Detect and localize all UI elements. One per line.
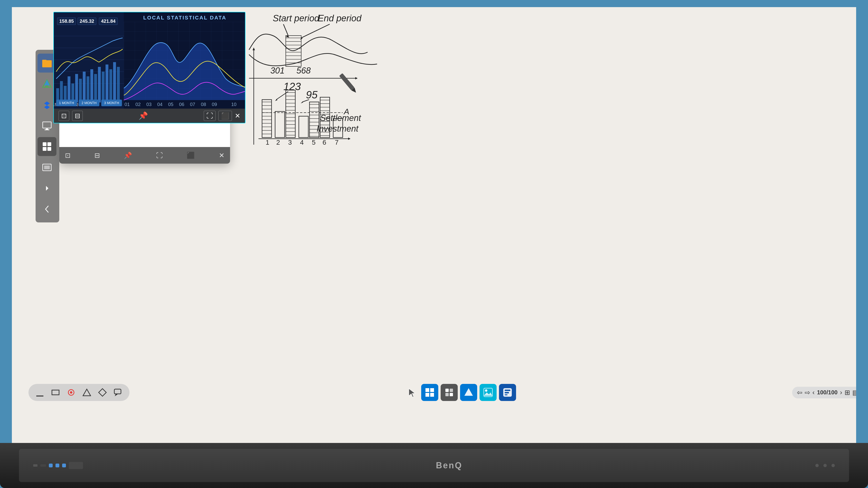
svg-marker-172 <box>484 392 492 396</box>
taskbar-left-tools <box>28 384 129 401</box>
svg-rect-168 <box>450 393 453 396</box>
svg-text:10: 10 <box>231 102 237 107</box>
taskbar-tool-triangle[interactable] <box>80 386 93 399</box>
taskbar-app-squares[interactable] <box>441 384 458 401</box>
svg-rect-134 <box>105 64 108 102</box>
svg-text:1: 1 <box>266 139 270 146</box>
svg-marker-18 <box>355 77 358 80</box>
svg-text:End period: End period <box>318 13 362 23</box>
blue-app-icon <box>502 387 513 398</box>
taskbar-app-photos[interactable] <box>479 384 497 401</box>
sidebar-item-layer[interactable] <box>37 158 57 177</box>
taskbar-tool-rect[interactable] <box>49 386 62 399</box>
windows-icon <box>425 387 435 398</box>
chart-btn-window[interactable]: ⛶ <box>204 111 216 121</box>
fm-btn-expand[interactable]: ⛶ <box>156 152 163 159</box>
taskbar-tool-circle[interactable] <box>64 386 78 399</box>
nav-btn-layout[interactable]: ▤ <box>852 389 856 396</box>
svg-text:6: 6 <box>322 139 326 146</box>
svg-text:Investment: Investment <box>317 124 359 133</box>
svg-line-2 <box>283 24 288 36</box>
btn-1-month[interactable]: 1 MONTH <box>56 100 77 106</box>
svg-rect-174 <box>505 390 510 391</box>
triangle-tool-icon <box>82 388 92 397</box>
svg-rect-99 <box>46 128 48 129</box>
dot-2 <box>824 464 827 467</box>
line-tool-icon <box>35 388 44 397</box>
svg-marker-160 <box>409 389 415 397</box>
chart-btn-close[interactable]: ✕ <box>235 112 240 120</box>
drive-icon <box>42 79 52 89</box>
taskbar-tool-line[interactable] <box>33 386 46 399</box>
svg-rect-136 <box>113 62 116 102</box>
display-icon <box>42 120 52 131</box>
svg-point-171 <box>485 389 487 392</box>
sidebar-item-back[interactable] <box>37 200 57 219</box>
chart-window: 158.85 245.32 421.84 <box>53 12 245 123</box>
fm-btn-resize-right[interactable]: ⊟ <box>94 152 100 159</box>
svg-text:02: 02 <box>135 102 141 107</box>
port-hdmi <box>40 464 46 467</box>
btn-3-month[interactable]: 3 MONTH <box>101 100 122 106</box>
chart-btn-fullscreen[interactable]: ⬛ <box>218 111 232 121</box>
chart-btn-pin[interactable]: 📌 <box>138 111 148 120</box>
nav-btn-zoom[interactable]: ⊞ <box>844 389 850 396</box>
svg-rect-94 <box>42 60 46 62</box>
svg-rect-131 <box>94 74 97 102</box>
svg-rect-158 <box>114 389 121 394</box>
layer-icon <box>42 162 52 173</box>
sidebar-item-grid[interactable] <box>37 137 57 156</box>
benq-logo: BenQ <box>436 460 462 470</box>
chart-window-toolbar: ⊡ ⊟ 📌 ⛶ ⬛ ✕ <box>54 109 245 123</box>
taskbar-app-azure[interactable] <box>460 384 477 401</box>
svg-rect-166 <box>450 389 453 392</box>
nav-btn-back[interactable]: ⇦ <box>797 389 802 396</box>
svg-rect-163 <box>426 393 429 397</box>
svg-marker-157 <box>99 389 106 396</box>
btn-2-month[interactable]: 2 MONTH <box>79 100 99 106</box>
diamond-tool-icon <box>98 388 107 397</box>
svg-rect-161 <box>426 388 429 392</box>
page-indicator: 100/100 <box>817 389 838 396</box>
fm-btn-fullscreen[interactable]: ⬛ <box>187 152 195 159</box>
svg-text:301: 301 <box>270 66 285 75</box>
taskbar-tool-diamond[interactable] <box>96 386 109 399</box>
svg-marker-156 <box>83 389 91 396</box>
dot-1 <box>815 464 819 467</box>
svg-text:08: 08 <box>201 102 206 107</box>
svg-text:95: 95 <box>306 89 317 100</box>
fm-btn-close[interactable]: ✕ <box>219 152 224 159</box>
rect-tool-icon <box>51 388 60 397</box>
svg-marker-107 <box>46 186 49 191</box>
nav-btn-forward[interactable]: ⇨ <box>805 389 810 396</box>
svg-rect-130 <box>90 69 93 102</box>
svg-rect-126 <box>75 74 78 102</box>
taskbar-app-windows[interactable] <box>421 384 438 401</box>
sidebar-item-camera[interactable] <box>37 179 57 198</box>
back-icon <box>42 204 52 214</box>
svg-rect-162 <box>430 388 434 392</box>
speaker-grille <box>69 462 83 469</box>
fm-btn-resize-left[interactable]: ⊡ <box>65 152 70 159</box>
dropbox-icon <box>42 100 52 110</box>
svg-text:2: 2 <box>276 139 280 146</box>
svg-text:7: 7 <box>335 139 339 146</box>
svg-line-84 <box>276 92 288 100</box>
nav-controls: ⇦ ⇨ ‹ 100/100 › ⊞ ▤ <box>792 387 856 398</box>
taskbar-tool-speech[interactable] <box>112 386 125 399</box>
svg-rect-101 <box>43 142 46 146</box>
chart-btn-split-right[interactable]: ⊟ <box>72 111 83 121</box>
svg-text:4: 4 <box>300 139 304 146</box>
taskbar-app-blue[interactable] <box>499 384 516 401</box>
nav-btn-right[interactable]: › <box>840 389 842 396</box>
svg-text:Settlement: Settlement <box>320 113 362 123</box>
svg-rect-176 <box>505 394 507 395</box>
chart-btn-split-left[interactable]: ⊡ <box>59 111 69 121</box>
svg-marker-82 <box>348 138 350 140</box>
taskbar-cursor-btn[interactable] <box>406 386 419 399</box>
dot-3 <box>832 464 835 467</box>
month-buttons: 1 MONTH 2 MONTH 3 MONTH <box>56 100 122 106</box>
fm-btn-pin[interactable]: 📌 <box>124 152 132 159</box>
svg-text:05: 05 <box>168 102 173 107</box>
nav-btn-left[interactable]: ‹ <box>812 389 815 396</box>
